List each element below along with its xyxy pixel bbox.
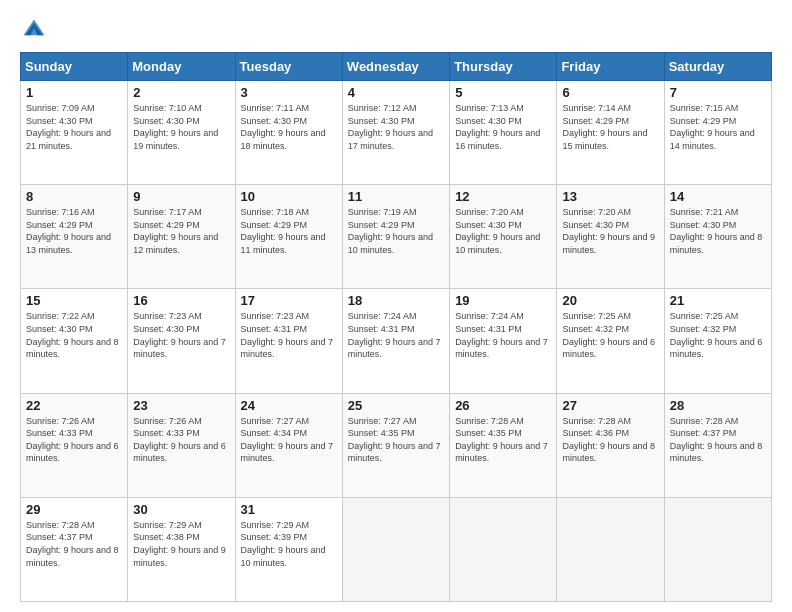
day-info: Sunrise: 7:24 AM Sunset: 4:31 PM Dayligh… (455, 310, 551, 360)
day-number: 18 (348, 293, 444, 308)
day-info: Sunrise: 7:23 AM Sunset: 4:30 PM Dayligh… (133, 310, 229, 360)
calendar-cell: 25 Sunrise: 7:27 AM Sunset: 4:35 PM Dayl… (342, 393, 449, 497)
day-number: 20 (562, 293, 658, 308)
day-number: 27 (562, 398, 658, 413)
header (20, 16, 772, 44)
weekday-header: Wednesday (342, 53, 449, 81)
calendar-cell: 30 Sunrise: 7:29 AM Sunset: 4:38 PM Dayl… (128, 497, 235, 601)
calendar-week: 1 Sunrise: 7:09 AM Sunset: 4:30 PM Dayli… (21, 81, 772, 185)
calendar-cell: 11 Sunrise: 7:19 AM Sunset: 4:29 PM Dayl… (342, 185, 449, 289)
day-number: 6 (562, 85, 658, 100)
calendar-cell: 21 Sunrise: 7:25 AM Sunset: 4:32 PM Dayl… (664, 289, 771, 393)
calendar-cell: 18 Sunrise: 7:24 AM Sunset: 4:31 PM Dayl… (342, 289, 449, 393)
day-info: Sunrise: 7:09 AM Sunset: 4:30 PM Dayligh… (26, 102, 122, 152)
day-info: Sunrise: 7:16 AM Sunset: 4:29 PM Dayligh… (26, 206, 122, 256)
day-number: 16 (133, 293, 229, 308)
calendar-week: 29 Sunrise: 7:28 AM Sunset: 4:37 PM Dayl… (21, 497, 772, 601)
day-info: Sunrise: 7:15 AM Sunset: 4:29 PM Dayligh… (670, 102, 766, 152)
day-info: Sunrise: 7:11 AM Sunset: 4:30 PM Dayligh… (241, 102, 337, 152)
day-info: Sunrise: 7:28 AM Sunset: 4:37 PM Dayligh… (670, 415, 766, 465)
calendar: SundayMondayTuesdayWednesdayThursdayFrid… (20, 52, 772, 602)
day-number: 5 (455, 85, 551, 100)
day-number: 7 (670, 85, 766, 100)
weekday-header: Thursday (450, 53, 557, 81)
calendar-cell: 6 Sunrise: 7:14 AM Sunset: 4:29 PM Dayli… (557, 81, 664, 185)
day-info: Sunrise: 7:24 AM Sunset: 4:31 PM Dayligh… (348, 310, 444, 360)
calendar-cell: 16 Sunrise: 7:23 AM Sunset: 4:30 PM Dayl… (128, 289, 235, 393)
empty-cell (342, 497, 449, 601)
calendar-cell: 24 Sunrise: 7:27 AM Sunset: 4:34 PM Dayl… (235, 393, 342, 497)
empty-cell (664, 497, 771, 601)
calendar-cell: 14 Sunrise: 7:21 AM Sunset: 4:30 PM Dayl… (664, 185, 771, 289)
day-info: Sunrise: 7:28 AM Sunset: 4:35 PM Dayligh… (455, 415, 551, 465)
calendar-cell: 22 Sunrise: 7:26 AM Sunset: 4:33 PM Dayl… (21, 393, 128, 497)
calendar-cell: 5 Sunrise: 7:13 AM Sunset: 4:30 PM Dayli… (450, 81, 557, 185)
day-number: 2 (133, 85, 229, 100)
day-number: 15 (26, 293, 122, 308)
day-info: Sunrise: 7:18 AM Sunset: 4:29 PM Dayligh… (241, 206, 337, 256)
day-info: Sunrise: 7:12 AM Sunset: 4:30 PM Dayligh… (348, 102, 444, 152)
day-number: 10 (241, 189, 337, 204)
day-info: Sunrise: 7:19 AM Sunset: 4:29 PM Dayligh… (348, 206, 444, 256)
day-number: 4 (348, 85, 444, 100)
calendar-week: 15 Sunrise: 7:22 AM Sunset: 4:30 PM Dayl… (21, 289, 772, 393)
day-info: Sunrise: 7:13 AM Sunset: 4:30 PM Dayligh… (455, 102, 551, 152)
day-number: 9 (133, 189, 229, 204)
calendar-cell: 28 Sunrise: 7:28 AM Sunset: 4:37 PM Dayl… (664, 393, 771, 497)
calendar-cell: 31 Sunrise: 7:29 AM Sunset: 4:39 PM Dayl… (235, 497, 342, 601)
page: SundayMondayTuesdayWednesdayThursdayFrid… (0, 0, 792, 612)
calendar-cell: 15 Sunrise: 7:22 AM Sunset: 4:30 PM Dayl… (21, 289, 128, 393)
calendar-cell: 20 Sunrise: 7:25 AM Sunset: 4:32 PM Dayl… (557, 289, 664, 393)
calendar-cell: 27 Sunrise: 7:28 AM Sunset: 4:36 PM Dayl… (557, 393, 664, 497)
calendar-week: 8 Sunrise: 7:16 AM Sunset: 4:29 PM Dayli… (21, 185, 772, 289)
empty-cell (557, 497, 664, 601)
calendar-cell: 4 Sunrise: 7:12 AM Sunset: 4:30 PM Dayli… (342, 81, 449, 185)
day-info: Sunrise: 7:22 AM Sunset: 4:30 PM Dayligh… (26, 310, 122, 360)
day-info: Sunrise: 7:28 AM Sunset: 4:36 PM Dayligh… (562, 415, 658, 465)
day-number: 12 (455, 189, 551, 204)
day-number: 23 (133, 398, 229, 413)
day-number: 8 (26, 189, 122, 204)
logo-icon (20, 16, 48, 44)
calendar-cell: 8 Sunrise: 7:16 AM Sunset: 4:29 PM Dayli… (21, 185, 128, 289)
calendar-cell: 17 Sunrise: 7:23 AM Sunset: 4:31 PM Dayl… (235, 289, 342, 393)
day-number: 21 (670, 293, 766, 308)
day-number: 19 (455, 293, 551, 308)
day-info: Sunrise: 7:17 AM Sunset: 4:29 PM Dayligh… (133, 206, 229, 256)
day-number: 24 (241, 398, 337, 413)
day-number: 22 (26, 398, 122, 413)
day-info: Sunrise: 7:25 AM Sunset: 4:32 PM Dayligh… (562, 310, 658, 360)
calendar-cell: 7 Sunrise: 7:15 AM Sunset: 4:29 PM Dayli… (664, 81, 771, 185)
calendar-week: 22 Sunrise: 7:26 AM Sunset: 4:33 PM Dayl… (21, 393, 772, 497)
day-info: Sunrise: 7:26 AM Sunset: 4:33 PM Dayligh… (133, 415, 229, 465)
day-number: 1 (26, 85, 122, 100)
day-number: 29 (26, 502, 122, 517)
calendar-cell: 2 Sunrise: 7:10 AM Sunset: 4:30 PM Dayli… (128, 81, 235, 185)
weekday-header: Tuesday (235, 53, 342, 81)
day-info: Sunrise: 7:29 AM Sunset: 4:38 PM Dayligh… (133, 519, 229, 569)
day-info: Sunrise: 7:27 AM Sunset: 4:34 PM Dayligh… (241, 415, 337, 465)
empty-cell (450, 497, 557, 601)
day-info: Sunrise: 7:28 AM Sunset: 4:37 PM Dayligh… (26, 519, 122, 569)
day-info: Sunrise: 7:20 AM Sunset: 4:30 PM Dayligh… (562, 206, 658, 256)
weekday-header: Saturday (664, 53, 771, 81)
day-number: 17 (241, 293, 337, 308)
day-number: 28 (670, 398, 766, 413)
day-info: Sunrise: 7:21 AM Sunset: 4:30 PM Dayligh… (670, 206, 766, 256)
calendar-cell: 9 Sunrise: 7:17 AM Sunset: 4:29 PM Dayli… (128, 185, 235, 289)
day-info: Sunrise: 7:29 AM Sunset: 4:39 PM Dayligh… (241, 519, 337, 569)
day-number: 11 (348, 189, 444, 204)
day-number: 3 (241, 85, 337, 100)
day-info: Sunrise: 7:25 AM Sunset: 4:32 PM Dayligh… (670, 310, 766, 360)
day-info: Sunrise: 7:23 AM Sunset: 4:31 PM Dayligh… (241, 310, 337, 360)
calendar-cell: 29 Sunrise: 7:28 AM Sunset: 4:37 PM Dayl… (21, 497, 128, 601)
day-info: Sunrise: 7:14 AM Sunset: 4:29 PM Dayligh… (562, 102, 658, 152)
day-info: Sunrise: 7:10 AM Sunset: 4:30 PM Dayligh… (133, 102, 229, 152)
calendar-cell: 1 Sunrise: 7:09 AM Sunset: 4:30 PM Dayli… (21, 81, 128, 185)
calendar-cell: 13 Sunrise: 7:20 AM Sunset: 4:30 PM Dayl… (557, 185, 664, 289)
day-number: 30 (133, 502, 229, 517)
weekday-header: Friday (557, 53, 664, 81)
day-number: 31 (241, 502, 337, 517)
day-number: 14 (670, 189, 766, 204)
calendar-cell: 23 Sunrise: 7:26 AM Sunset: 4:33 PM Dayl… (128, 393, 235, 497)
